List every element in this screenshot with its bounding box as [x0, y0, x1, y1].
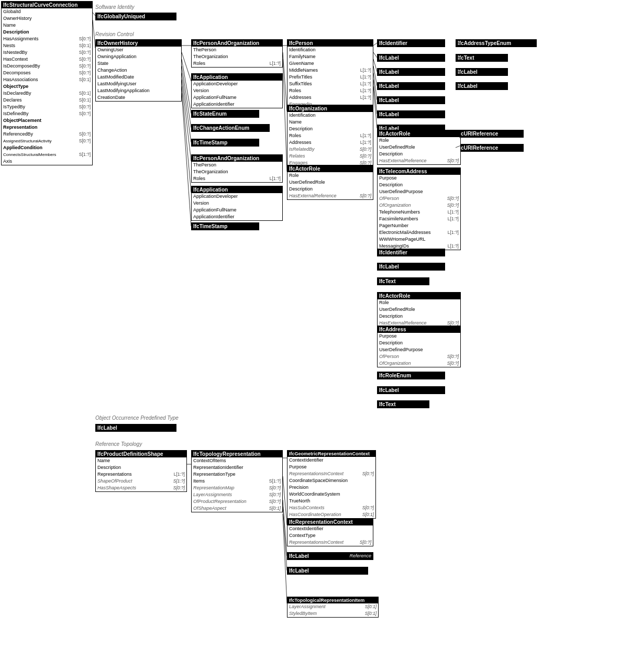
- ifc-text-3-box: IfcText: [377, 400, 429, 408]
- ifc-application-1-header: IfcApplication: [192, 74, 282, 81]
- svg-line-12: [283, 59, 287, 172]
- ifc-address-box: IfcAddress Purpose Description UserDefin…: [377, 326, 461, 367]
- ifc-identifier-1-box: IfcIdentifier: [377, 39, 445, 47]
- ifc-person-box: IfcPerson Identification FamilyName Give…: [287, 39, 373, 108]
- ifc-label-1-box: IfcLabel: [377, 54, 445, 62]
- ifc-actor-role-2-box: IfcActorRole Role UserDefinedRole Descri…: [377, 130, 461, 165]
- ifc-address-header: IfcAddress: [378, 326, 460, 333]
- item-ownerhistory: OwnerHistory: [2, 15, 92, 22]
- item-assignedstructuralactivity: AssignedStructuralActivityS[0:?]: [2, 138, 92, 144]
- item-isdeclaredby: IsDeclaredByS[0:1]: [2, 90, 92, 97]
- ifc-person-and-org-1-header: IfcPersonAndOrganization: [192, 40, 282, 47]
- ifc-person-and-org-2-header: IfcPersonAndOrganization: [192, 155, 282, 162]
- ifc-topology-rep-box: IfcTopologyRepresentation ContextOfItems…: [191, 450, 283, 512]
- svg-line-9: [182, 93, 191, 226]
- item-isdefinedby: IsDefinedByS[0:?]: [2, 110, 92, 117]
- ifc-topology-rep-header: IfcTopologyRepresentation: [192, 451, 282, 457]
- ifc-application-2-box: IfcApplication ApplicationDeveloper Vers…: [191, 186, 283, 221]
- ifc-state-enum-box: IfcStateEnum: [191, 110, 259, 118]
- ifc-uri-reference-2-box: IfcURIReference: [456, 144, 524, 152]
- item-connectsstructuralmembers: ConnectsStructuralMembersS[1:?]: [2, 151, 92, 158]
- ifc-time-stamp-2-box: IfcTimeStamp: [191, 222, 259, 230]
- item-hasassociations: HasAssociationsS[0:1]: [2, 76, 92, 83]
- svg-line-13: [373, 43, 377, 46]
- ifc-geom-rep-context-header: IfcGeometricRepresentationContext: [287, 451, 375, 457]
- svg-line-6: [182, 73, 191, 142]
- ifc-organization-box: IfcOrganization Identification Name Desc…: [287, 105, 373, 167]
- svg-line-7: [182, 80, 191, 161]
- svg-line-28: [283, 476, 287, 525]
- svg-line-18: [373, 80, 377, 114]
- svg-line-11: [283, 52, 287, 111]
- item-isnestedby: IsNestedByS[0:?]: [2, 49, 92, 56]
- ifc-person-and-org-2-box: IfcPersonAndOrganization ThePerson TheOr…: [191, 154, 283, 183]
- ifc-label-9-box: IfcLabel: [377, 263, 445, 271]
- ifc-label-8-box: IfcLabel: [456, 82, 508, 90]
- ifc-telecom-address-header: IfcTelecomAddress: [378, 168, 460, 175]
- svg-line-3: [182, 52, 191, 81]
- item-representation: Representation: [2, 124, 92, 131]
- item-globalid: GlobalId: [2, 8, 92, 15]
- item-istypedby: IsTypedByS[0:?]: [2, 104, 92, 110]
- section-reference-topology: Reference Topology: [95, 441, 142, 447]
- item-objectplacement: ObjectPlacement: [2, 117, 92, 124]
- item-appliedcondition: AppliedCondition: [2, 144, 92, 151]
- item-axis: Axis: [2, 158, 92, 165]
- ifc-owner-history-header: IfcOwnerHistory: [96, 40, 181, 47]
- svg-line-15: [373, 59, 377, 72]
- ifc-person-header: IfcPerson: [287, 40, 373, 47]
- ifc-owner-history-box: IfcOwnerHistory OwningUser OwningApplica…: [95, 39, 182, 102]
- ifc-actor-role-3-header: IfcActorRole: [378, 293, 460, 299]
- ifc-topo-rep-item-header: IfcTopologicalRepresentationItem: [287, 597, 378, 603]
- ifc-actor-role-3-box: IfcActorRole Role UserDefinedRole Descri…: [377, 292, 461, 327]
- item-hasassignments: HasAssignmentsS[0:?]: [2, 36, 92, 42]
- ifc-telecom-address-box: IfcTelecomAddress Purpose Description Us…: [377, 167, 461, 250]
- item-nests: NestsS[0:1]: [2, 42, 92, 49]
- ifc-label-3-box: IfcLabel: [377, 82, 445, 90]
- ifc-person-and-org-1-box: IfcPersonAndOrganization ThePerson TheOr…: [191, 39, 283, 68]
- item-declares: DeclaresS[0:1]: [2, 97, 92, 104]
- svg-line-5: [182, 66, 191, 128]
- svg-line-16: [373, 66, 377, 86]
- item-hascontext: HasContextS[0:?]: [2, 56, 92, 63]
- ifc-text-1-box: IfcText: [456, 54, 508, 62]
- ifc-topo-rep-item-box: IfcTopologicalRepresentationItem LayerAs…: [287, 597, 379, 618]
- main-class-box: IfcStructuralCurveConnection GlobalId Ow…: [1, 1, 93, 165]
- ifc-label-10-box: IfcLabel: [377, 386, 445, 394]
- item-isdecomposedby: IsDecomposedByS[0:?]: [2, 63, 92, 70]
- ifc-label-4-box: IfcLabel: [377, 96, 445, 104]
- ifc-label-5-box: IfcLabel: [377, 110, 445, 118]
- item-description: Description: [2, 29, 92, 36]
- main-class-header: IfcStructuralCurveConnection: [2, 2, 92, 8]
- object-occurrence-label-box: IfcLabel: [95, 424, 176, 432]
- ifc-rep-context-box: IfcRepresentationContext ContextIdentifi…: [287, 518, 373, 546]
- ifc-label-2-box: IfcLabel: [377, 68, 445, 76]
- item-name: Name: [2, 22, 92, 29]
- item-decomposes: DecomposesS[0:?]: [2, 70, 92, 76]
- ifc-label-bottom-box: IfcLabel: [287, 567, 368, 575]
- svg-line-31: [283, 514, 287, 603]
- svg-line-4: [182, 59, 191, 114]
- section-object-occurrence: Object Occurrence Predefined Type: [95, 415, 179, 421]
- ifc-application-2-header: IfcApplication: [192, 186, 282, 193]
- svg-line-30: [283, 507, 287, 570]
- section-revision-control: Revision Control: [95, 31, 134, 37]
- ifc-globally-uniqued-box: IfcGloballyUniqued: [95, 13, 176, 20]
- ifc-geom-rep-context-box: IfcGeometricRepresentationContext Contex…: [287, 450, 376, 519]
- diagram: IfcStructuralCurveConnection GlobalId Ow…: [0, 0, 620, 672]
- ifc-role-enum-box: IfcRoleEnum: [377, 372, 445, 379]
- ifc-rep-context-header: IfcRepresentationContext: [287, 519, 373, 525]
- ifc-time-stamp-1-box: IfcTimeStamp: [191, 139, 259, 147]
- ifc-application-1-box: IfcApplication ApplicationDeveloper Vers…: [191, 73, 283, 108]
- svg-line-29: [283, 500, 287, 556]
- ifc-actor-role-1-header: IfcActorRole: [287, 165, 373, 172]
- item-referencedby: ReferencedByS[0:?]: [2, 131, 92, 138]
- svg-line-19: [373, 86, 377, 128]
- ifc-label-reference-box: IfcLabelReference: [287, 552, 373, 560]
- ifc-address-type-enum-box: IfcAddressTypeEnum: [456, 39, 537, 47]
- ifc-change-action-enum-box: IfcChangeActionEnum: [191, 124, 270, 132]
- section-software-identity: Software Identity: [95, 4, 134, 10]
- ifc-organization-header: IfcOrganization: [287, 105, 373, 112]
- ifc-text-2-box: IfcText: [377, 277, 429, 285]
- ifc-actor-role-1-box: IfcActorRole Role UserDefinedRole Descri…: [287, 165, 373, 200]
